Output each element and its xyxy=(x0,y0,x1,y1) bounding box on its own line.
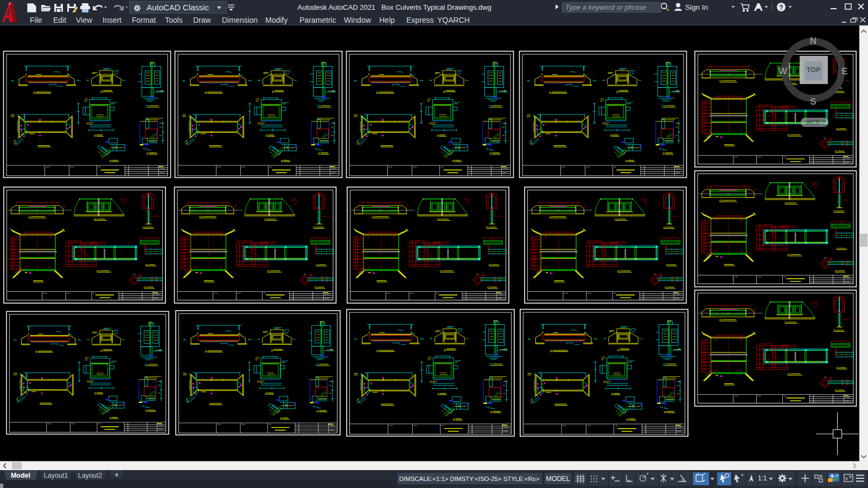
svg-text:MODEL: MODEL xyxy=(546,475,570,483)
svg-text:?: ? xyxy=(779,4,783,11)
svg-text:W: W xyxy=(778,66,788,76)
svg-text:1:1: 1:1 xyxy=(758,474,767,482)
svg-text:Layout1: Layout1 xyxy=(44,472,68,479)
svg-text:N: N xyxy=(810,36,816,46)
svg-text:Layout2: Layout2 xyxy=(78,472,103,479)
svg-text:DIMSCALE:<1:1> DIMSTY:<ISO-25>: DIMSCALE:<1:1> DIMSTY:<ISO-25> STYLE:<Rs… xyxy=(399,476,540,482)
svg-text:S: S xyxy=(810,97,816,107)
svg-text:+: + xyxy=(114,471,118,479)
svg-text:TOP: TOP xyxy=(807,66,820,74)
svg-text:WCS: WCS xyxy=(805,119,820,126)
svg-text:E: E xyxy=(841,66,847,76)
svg-text:Model: Model xyxy=(11,472,30,479)
